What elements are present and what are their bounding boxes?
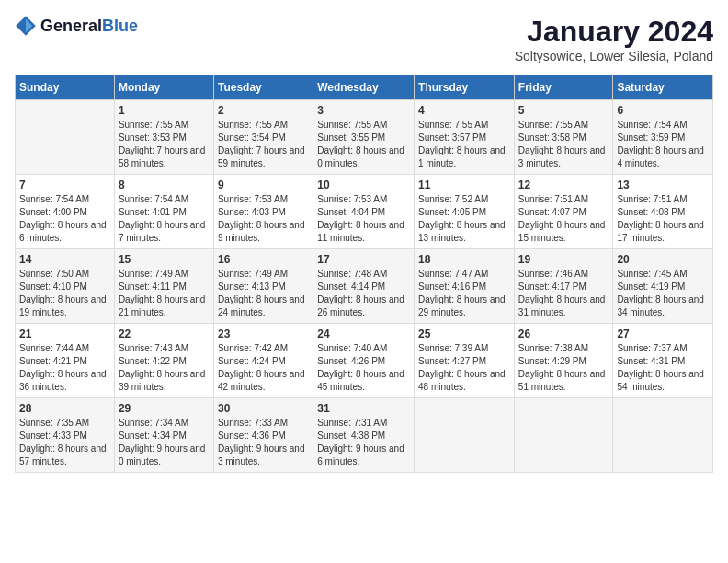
day-info: Sunrise: 7:49 AM Sunset: 4:11 PM Dayligh… xyxy=(119,268,210,319)
calendar-cell: 19Sunrise: 7:46 AM Sunset: 4:17 PM Dayli… xyxy=(514,249,613,324)
day-number: 6 xyxy=(617,104,709,117)
day-info: Sunrise: 7:55 AM Sunset: 3:58 PM Dayligh… xyxy=(518,119,609,170)
calendar-cell: 23Sunrise: 7:42 AM Sunset: 4:24 PM Dayli… xyxy=(213,324,313,398)
day-number: 26 xyxy=(518,327,609,340)
day-number: 12 xyxy=(518,178,609,191)
day-header-wednesday: Wednesday xyxy=(313,75,415,100)
day-number: 30 xyxy=(218,402,309,415)
calendar-cell: 5Sunrise: 7:55 AM Sunset: 3:58 PM Daylig… xyxy=(514,100,613,175)
day-header-tuesday: Tuesday xyxy=(213,75,313,100)
day-header-sunday: Sunday xyxy=(16,75,115,100)
day-info: Sunrise: 7:40 AM Sunset: 4:26 PM Dayligh… xyxy=(317,342,410,394)
day-number: 5 xyxy=(518,104,609,117)
calendar-cell xyxy=(613,398,713,473)
day-number: 25 xyxy=(418,327,510,340)
month-title: January 2024 xyxy=(515,15,713,49)
calendar-week-1: 1Sunrise: 7:55 AM Sunset: 3:53 PM Daylig… xyxy=(16,100,713,175)
calendar-cell: 16Sunrise: 7:49 AM Sunset: 4:13 PM Dayli… xyxy=(213,249,313,324)
calendar-cell: 15Sunrise: 7:49 AM Sunset: 4:11 PM Dayli… xyxy=(114,249,213,324)
day-info: Sunrise: 7:43 AM Sunset: 4:22 PM Dayligh… xyxy=(119,342,210,394)
calendar-cell: 11Sunrise: 7:52 AM Sunset: 4:05 PM Dayli… xyxy=(415,175,515,249)
day-info: Sunrise: 7:55 AM Sunset: 3:57 PM Dayligh… xyxy=(418,119,510,170)
calendar-cell: 22Sunrise: 7:43 AM Sunset: 4:22 PM Dayli… xyxy=(114,324,213,398)
day-number: 11 xyxy=(418,178,510,191)
calendar-week-4: 21Sunrise: 7:44 AM Sunset: 4:21 PM Dayli… xyxy=(16,324,713,398)
calendar-table: SundayMondayTuesdayWednesdayThursdayFrid… xyxy=(15,75,713,473)
day-number: 8 xyxy=(119,178,210,191)
day-info: Sunrise: 7:54 AM Sunset: 3:59 PM Dayligh… xyxy=(617,119,709,170)
day-info: Sunrise: 7:38 AM Sunset: 4:29 PM Dayligh… xyxy=(518,342,609,394)
day-info: Sunrise: 7:31 AM Sunset: 4:38 PM Dayligh… xyxy=(317,417,410,468)
calendar-cell: 6Sunrise: 7:54 AM Sunset: 3:59 PM Daylig… xyxy=(613,100,713,175)
logo-text-blue: Blue xyxy=(102,17,138,35)
calendar-cell xyxy=(415,398,515,473)
day-number: 19 xyxy=(518,253,609,266)
day-info: Sunrise: 7:51 AM Sunset: 4:07 PM Dayligh… xyxy=(518,193,609,245)
day-header-saturday: Saturday xyxy=(613,75,713,100)
day-number: 10 xyxy=(317,178,410,191)
day-info: Sunrise: 7:35 AM Sunset: 4:33 PM Dayligh… xyxy=(19,417,110,468)
day-header-monday: Monday xyxy=(114,75,213,100)
calendar-cell: 14Sunrise: 7:50 AM Sunset: 4:10 PM Dayli… xyxy=(16,249,115,324)
day-info: Sunrise: 7:51 AM Sunset: 4:08 PM Dayligh… xyxy=(617,193,709,245)
location-subtitle: Soltysowice, Lower Silesia, Poland xyxy=(515,49,713,63)
day-number: 22 xyxy=(119,327,210,340)
day-number: 15 xyxy=(119,253,210,266)
day-info: Sunrise: 7:45 AM Sunset: 4:19 PM Dayligh… xyxy=(617,268,709,319)
calendar-cell: 2Sunrise: 7:55 AM Sunset: 3:54 PM Daylig… xyxy=(213,100,313,175)
day-number: 14 xyxy=(19,253,110,266)
day-info: Sunrise: 7:54 AM Sunset: 4:01 PM Dayligh… xyxy=(119,193,210,245)
calendar-cell: 31Sunrise: 7:31 AM Sunset: 4:38 PM Dayli… xyxy=(313,398,415,473)
day-number: 24 xyxy=(317,327,410,340)
calendar-cell: 21Sunrise: 7:44 AM Sunset: 4:21 PM Dayli… xyxy=(16,324,115,398)
calendar-header-row: SundayMondayTuesdayWednesdayThursdayFrid… xyxy=(16,75,713,100)
day-number: 9 xyxy=(218,178,309,191)
calendar-cell: 29Sunrise: 7:34 AM Sunset: 4:34 PM Dayli… xyxy=(114,398,213,473)
title-block: January 2024 Soltysowice, Lower Silesia,… xyxy=(515,15,713,63)
day-info: Sunrise: 7:47 AM Sunset: 4:16 PM Dayligh… xyxy=(418,268,510,319)
day-number: 16 xyxy=(218,253,309,266)
calendar-cell: 12Sunrise: 7:51 AM Sunset: 4:07 PM Dayli… xyxy=(514,175,613,249)
calendar-cell: 13Sunrise: 7:51 AM Sunset: 4:08 PM Dayli… xyxy=(613,175,713,249)
calendar-cell: 3Sunrise: 7:55 AM Sunset: 3:55 PM Daylig… xyxy=(313,100,415,175)
calendar-cell: 24Sunrise: 7:40 AM Sunset: 4:26 PM Dayli… xyxy=(313,324,415,398)
calendar-week-2: 7Sunrise: 7:54 AM Sunset: 4:00 PM Daylig… xyxy=(16,175,713,249)
calendar-cell: 1Sunrise: 7:55 AM Sunset: 3:53 PM Daylig… xyxy=(114,100,213,175)
day-number: 17 xyxy=(317,253,410,266)
calendar-week-5: 28Sunrise: 7:35 AM Sunset: 4:33 PM Dayli… xyxy=(16,398,713,473)
day-info: Sunrise: 7:55 AM Sunset: 3:53 PM Dayligh… xyxy=(119,119,210,170)
day-info: Sunrise: 7:52 AM Sunset: 4:05 PM Dayligh… xyxy=(418,193,510,245)
calendar-cell: 10Sunrise: 7:53 AM Sunset: 4:04 PM Dayli… xyxy=(313,175,415,249)
calendar-week-3: 14Sunrise: 7:50 AM Sunset: 4:10 PM Dayli… xyxy=(16,249,713,324)
day-info: Sunrise: 7:55 AM Sunset: 3:55 PM Dayligh… xyxy=(317,119,410,170)
calendar-cell: 9Sunrise: 7:53 AM Sunset: 4:03 PM Daylig… xyxy=(213,175,313,249)
day-info: Sunrise: 7:48 AM Sunset: 4:14 PM Dayligh… xyxy=(317,268,410,319)
day-info: Sunrise: 7:53 AM Sunset: 4:03 PM Dayligh… xyxy=(218,193,309,245)
calendar-cell xyxy=(16,100,115,175)
day-info: Sunrise: 7:54 AM Sunset: 4:00 PM Dayligh… xyxy=(19,193,110,245)
day-number: 3 xyxy=(317,104,410,117)
calendar-cell: 27Sunrise: 7:37 AM Sunset: 4:31 PM Dayli… xyxy=(613,324,713,398)
day-number: 29 xyxy=(119,402,210,415)
calendar-cell: 25Sunrise: 7:39 AM Sunset: 4:27 PM Dayli… xyxy=(415,324,515,398)
day-number: 21 xyxy=(19,327,110,340)
logo-text-general: General xyxy=(40,17,102,35)
calendar-cell: 7Sunrise: 7:54 AM Sunset: 4:00 PM Daylig… xyxy=(16,175,115,249)
day-number: 28 xyxy=(19,402,110,415)
calendar-body: 1Sunrise: 7:55 AM Sunset: 3:53 PM Daylig… xyxy=(16,100,713,473)
logo: GeneralBlue xyxy=(15,15,138,37)
day-header-thursday: Thursday xyxy=(415,75,515,100)
day-info: Sunrise: 7:46 AM Sunset: 4:17 PM Dayligh… xyxy=(518,268,609,319)
calendar-cell: 17Sunrise: 7:48 AM Sunset: 4:14 PM Dayli… xyxy=(313,249,415,324)
day-number: 27 xyxy=(617,327,709,340)
calendar-cell xyxy=(514,398,613,473)
calendar-cell: 8Sunrise: 7:54 AM Sunset: 4:01 PM Daylig… xyxy=(114,175,213,249)
day-info: Sunrise: 7:44 AM Sunset: 4:21 PM Dayligh… xyxy=(19,342,110,394)
day-info: Sunrise: 7:37 AM Sunset: 4:31 PM Dayligh… xyxy=(617,342,709,394)
day-number: 4 xyxy=(418,104,510,117)
calendar-cell: 4Sunrise: 7:55 AM Sunset: 3:57 PM Daylig… xyxy=(415,100,515,175)
day-number: 13 xyxy=(617,178,709,191)
calendar-cell: 30Sunrise: 7:33 AM Sunset: 4:36 PM Dayli… xyxy=(213,398,313,473)
day-info: Sunrise: 7:55 AM Sunset: 3:54 PM Dayligh… xyxy=(218,119,309,170)
day-info: Sunrise: 7:33 AM Sunset: 4:36 PM Dayligh… xyxy=(218,417,309,468)
